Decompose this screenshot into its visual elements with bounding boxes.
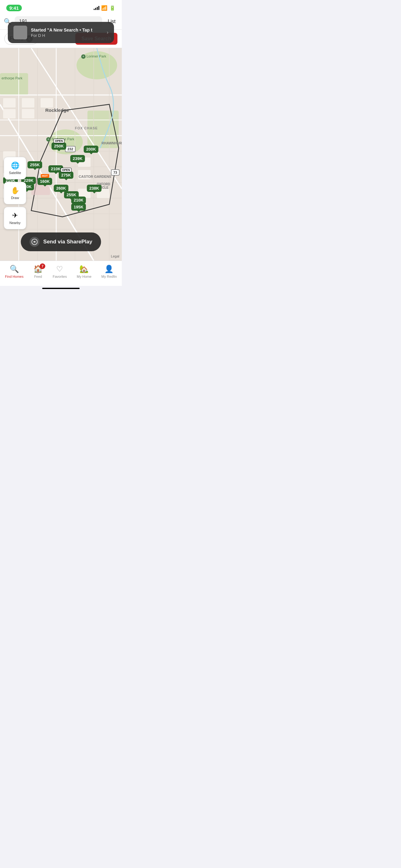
map-overlay-buttons: 🌐 Satellite ✋ Draw ✈ Nearby (4, 157, 26, 229)
draw-icon: ✋ (11, 187, 20, 195)
status-bar: 9:41 📶 🔋 (0, 0, 122, 14)
shareplay-button[interactable]: Send via SharePlay (21, 232, 101, 251)
svg-rect-30 (41, 98, 53, 107)
find-homes-icon: 🔍 (10, 265, 19, 273)
toast-subtitle: For D H (31, 33, 103, 38)
price-tag-160k[interactable]: HOT 160K (37, 178, 52, 185)
svg-rect-32 (78, 170, 91, 179)
price-tag-260k[interactable]: 260K (54, 185, 68, 192)
price-tag-238k[interactable]: 238K (87, 185, 101, 192)
globe-icon: 🌐 (11, 161, 20, 170)
price-tag-255k-1[interactable]: 255K (28, 161, 42, 168)
legal-text[interactable]: Legal (111, 254, 119, 258)
svg-rect-23 (3, 98, 15, 107)
nearby-icon: ✈ (12, 212, 18, 220)
my-home-icon: 🏡 (79, 265, 89, 273)
status-time: 9:41 (6, 5, 22, 11)
my-redfin-icon: 👤 (104, 265, 114, 273)
tab-bar: 🔍 Find Homes 🏠 7 Feed ♡ Favorites 🏡 My H… (0, 260, 122, 286)
toast-text: Started "A New Search • Tap t For D H (31, 28, 103, 38)
svg-rect-28 (22, 98, 34, 107)
nearby-label: Nearby (9, 221, 20, 225)
toast-title: Started "A New Search • Tap t (31, 28, 103, 32)
satellite-label: Satellite (9, 171, 21, 175)
battery-icon: 🔋 (109, 5, 115, 11)
road-badge-232: 232 (65, 146, 75, 152)
price-tag-250k[interactable]: OPEN 250K (52, 143, 66, 150)
favorites-icon: ♡ (56, 265, 63, 273)
price-tag-239k[interactable]: 239K (70, 155, 85, 162)
price-tag-200k[interactable]: 200K (84, 146, 98, 153)
favorites-label: Favorites (53, 275, 67, 278)
tab-my-home[interactable]: 🏡 My Home (73, 264, 95, 280)
toast-thumbnail (13, 26, 27, 39)
road-badge-73: 73 (111, 169, 120, 176)
shareplay-label: Send via SharePlay (43, 239, 93, 245)
erthorpe-park-label: erthorpe Park (2, 76, 23, 80)
tab-feed[interactable]: 🏠 7 Feed (30, 264, 46, 280)
draw-label: Draw (11, 196, 19, 200)
tab-find-homes[interactable]: 🔍 Find Homes (1, 264, 27, 280)
tab-my-redfin[interactable]: 👤 My Redfin (98, 264, 121, 280)
my-home-label: My Home (77, 275, 92, 278)
my-redfin-label: My Redfin (101, 275, 117, 278)
feed-label: Feed (34, 275, 42, 278)
find-homes-label: Find Homes (5, 275, 24, 278)
satellite-button[interactable]: 🌐 Satellite (4, 157, 26, 179)
wifi-icon: 📶 (101, 5, 107, 11)
signal-bars-icon (94, 6, 99, 10)
map-container[interactable]: Lorimer Park erthorpe Park Rockledge FOX… (0, 48, 122, 260)
shareplay-icon (30, 237, 40, 247)
toast-notification[interactable]: Started "A New Search • Tap t For D H › (8, 22, 114, 43)
nearby-button[interactable]: ✈ Nearby (4, 207, 26, 229)
svg-rect-24 (3, 109, 15, 118)
toast-arrow-icon: › (107, 30, 108, 35)
status-icons: 📶 🔋 (94, 5, 115, 11)
tab-favorites[interactable]: ♡ Favorites (49, 264, 71, 280)
home-indicator (42, 288, 80, 289)
price-tag-275k[interactable]: OPEN 275K (59, 172, 73, 179)
svg-rect-29 (22, 109, 34, 118)
price-tag-210k-3[interactable]: 210K (71, 196, 86, 204)
lorimer-park-label: Lorimer Park (81, 54, 106, 59)
draw-button[interactable]: ✋ Draw (4, 182, 26, 204)
feed-badge: 7 (40, 264, 45, 269)
price-tag-195k[interactable]: 195K (71, 204, 86, 211)
